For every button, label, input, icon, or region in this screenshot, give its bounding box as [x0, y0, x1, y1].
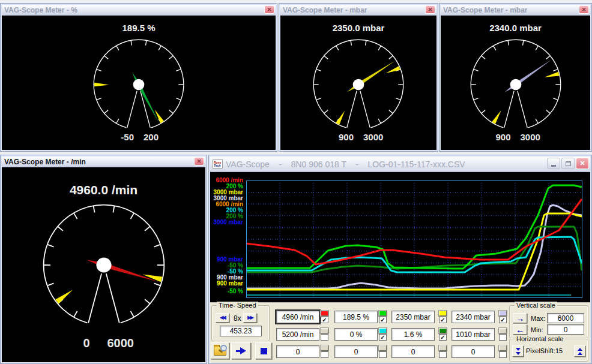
- channel-value-display: 0: [391, 345, 435, 358]
- channel-enabled-checkbox[interactable]: ✓: [439, 317, 447, 323]
- titlebar[interactable]: Ross Tech VAG-Scope - 8N0 906 018 T - LO…: [210, 157, 590, 172]
- channel-value-display: 2340 mbar: [452, 311, 495, 323]
- max-label: Max:: [531, 315, 545, 322]
- scale-min-arrow-button[interactable]: ←: [513, 324, 527, 335]
- close-button[interactable]: ✕: [194, 157, 204, 166]
- channel-color-swatch[interactable]: [321, 328, 328, 333]
- channel-value-display: 4960 /min: [276, 311, 319, 323]
- play-button[interactable]: [231, 342, 251, 359]
- channel-enabled-checkbox[interactable]: [321, 351, 328, 358]
- channel-value-display: 5200 /min: [276, 328, 319, 341]
- gauge-client: 189.5 % -50 200: [2, 16, 276, 150]
- channel-color-swatch[interactable]: [439, 311, 447, 316]
- logo-text-tech: Tech: [213, 164, 222, 167]
- channel-enabled-checkbox[interactable]: ✓: [379, 334, 387, 341]
- window-title: VAG-Scope Meter - mbar: [283, 6, 367, 14]
- speed-faster-button[interactable]: ▶▶: [243, 313, 257, 323]
- gauge-min-label: 900: [339, 132, 354, 142]
- channel-color-swatch[interactable]: [499, 345, 507, 351]
- gauge-min-label: 900: [495, 132, 510, 142]
- close-button[interactable]: ✕: [576, 158, 589, 169]
- gauge-value: 2350.0 mbar: [280, 23, 436, 33]
- titlebar[interactable]: VAG-Scope Meter - mbar ✕: [441, 5, 590, 16]
- minimize-icon: [551, 165, 556, 167]
- time-speed-group: Time- Speed ◀◀ 8x ▶▶ 453.23: [211, 305, 270, 341]
- channel-color-swatch[interactable]: [321, 311, 328, 316]
- channel-value-display: 2350 mbar: [391, 311, 435, 323]
- close-icon: ✕: [579, 160, 585, 167]
- channel-color-swatch[interactable]: [379, 311, 387, 316]
- channel-enabled-checkbox[interactable]: ✓: [379, 317, 387, 323]
- gauge-max-label: 3000: [521, 132, 540, 142]
- titlebar[interactable]: VAG-Scope Meter - % ✕: [2, 5, 276, 16]
- window-gauge-mbar-1: VAG-Scope Meter - mbar ✕ 2350.0 mbar 900…: [279, 3, 438, 152]
- close-button[interactable]: ✕: [579, 5, 589, 14]
- vertical-max-field[interactable]: 6000: [547, 313, 584, 323]
- vertical-min-field[interactable]: 0: [547, 324, 584, 335]
- close-icon: ✕: [428, 7, 433, 13]
- close-button[interactable]: ✕: [264, 5, 274, 14]
- minimize-button[interactable]: [547, 158, 560, 169]
- double-down-arrow-icon: [516, 348, 521, 351]
- desktop: { "gauges": [ {"title":"VAG-Scope Meter …: [0, 0, 592, 364]
- gauge-client: 2350.0 mbar 900 3000: [280, 16, 436, 150]
- gauge-client: 4960.0 /min 0 6000: [2, 167, 205, 362]
- group-label: Vertical scale: [515, 302, 557, 309]
- channel-enabled-checkbox[interactable]: [499, 334, 507, 341]
- stop-button[interactable]: [255, 342, 272, 359]
- min-label: Min:: [531, 326, 543, 333]
- gauge-client: 2340.0 mbar 900 3000: [441, 16, 590, 150]
- channel-enabled-checkbox[interactable]: [439, 351, 447, 358]
- channel-color-swatch[interactable]: [379, 345, 387, 351]
- channel-color-swatch[interactable]: [321, 345, 328, 351]
- window-title: VAG-Scope Meter - %: [4, 6, 77, 14]
- channel-color-swatch[interactable]: [379, 328, 387, 333]
- window-title: VAG-Scope - 8N0 906 018 T - LOG-01-115-1…: [226, 160, 465, 169]
- left-arrow-icon: ←: [516, 326, 524, 333]
- channel-color-swatch[interactable]: [499, 311, 507, 316]
- close-button[interactable]: ✕: [425, 5, 435, 14]
- channel-value-display: 0: [452, 345, 495, 358]
- gauge-dial: [307, 34, 409, 136]
- gauge-value: 2340.0 mbar: [441, 23, 590, 33]
- time-position-field[interactable]: 453.23: [220, 326, 262, 336]
- rewind-icon: ◀◀: [220, 315, 225, 320]
- pixelshift-decrease-button[interactable]: [512, 345, 524, 357]
- close-icon: ✕: [197, 159, 202, 164]
- fast-forward-icon: ▶▶: [247, 315, 252, 320]
- titlebar[interactable]: VAG-Scope Meter - /min ✕: [2, 157, 205, 167]
- pixelshift-increase-button[interactable]: [574, 345, 585, 357]
- ross-tech-logo-icon: Ross Tech: [213, 160, 223, 169]
- channel-value-display: 0: [276, 345, 319, 358]
- channel-enabled-checkbox[interactable]: ✓: [321, 317, 328, 323]
- channel-enabled-checkbox[interactable]: [321, 334, 328, 341]
- group-label: Horizontal scale: [515, 335, 565, 342]
- window-gauge-rpm: VAG-Scope Meter - /min ✕ 4960.0 /min 0 6…: [0, 155, 207, 364]
- double-down-arrow-icon: [516, 352, 521, 355]
- window-gauge-mbar-2: VAG-Scope Meter - mbar ✕ 2340.0 mbar 900…: [439, 3, 592, 152]
- chart-scale-label: 3000 mbar: [214, 219, 243, 225]
- channel-enabled-checkbox[interactable]: [379, 351, 387, 358]
- close-icon: ✕: [267, 7, 272, 13]
- channel-enabled-checkbox[interactable]: ✓: [499, 317, 507, 323]
- channel-enabled-checkbox[interactable]: [499, 351, 507, 358]
- double-up-arrow-icon: [578, 352, 582, 355]
- channel-color-swatch[interactable]: [439, 328, 447, 333]
- maximize-button[interactable]: [561, 158, 575, 169]
- chart-scale-label: -50 %: [228, 288, 243, 294]
- titlebar[interactable]: VAG-Scope Meter - mbar ✕: [280, 5, 436, 16]
- speed-multiplier-label: 8x: [234, 314, 241, 323]
- window-vag-scope: Ross Tech VAG-Scope - 8N0 906 018 T - LO…: [208, 155, 592, 364]
- channel-enabled-checkbox[interactable]: ✓: [439, 334, 447, 341]
- speed-slower-button[interactable]: ◀◀: [216, 313, 229, 323]
- channel-color-swatch[interactable]: [439, 345, 447, 351]
- gauge-dial: [35, 197, 172, 333]
- channel-value-display: 0: [334, 345, 378, 358]
- vertical-scale-group: Vertical scale → Max: 6000 ← Min: 0: [509, 305, 588, 338]
- right-arrow-icon: →: [516, 315, 524, 322]
- scale-max-arrow-button[interactable]: →: [513, 313, 527, 323]
- gauge-dial: [88, 34, 190, 136]
- channel-color-swatch[interactable]: [499, 328, 507, 333]
- open-log-button[interactable]: [211, 342, 229, 359]
- channel-value-display: 0 %: [334, 328, 378, 341]
